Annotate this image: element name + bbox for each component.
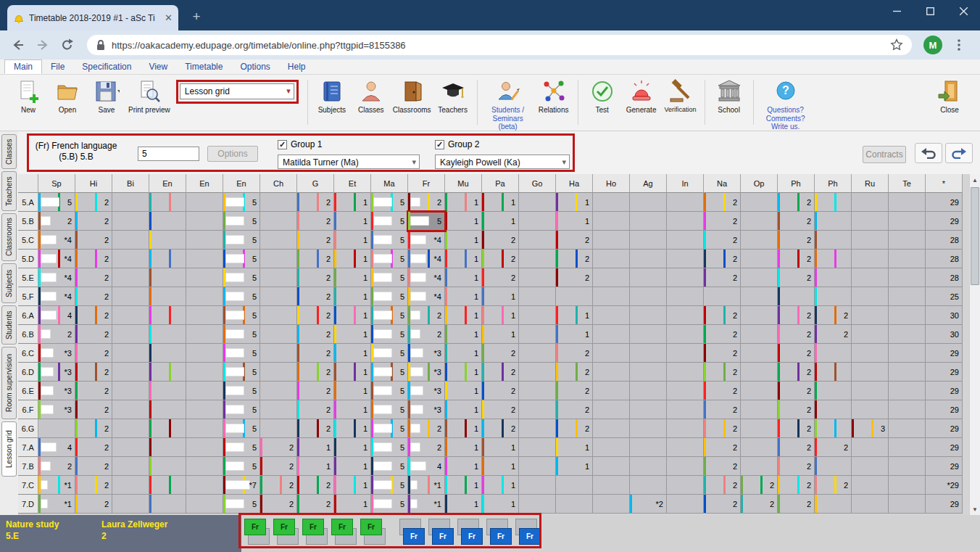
grid-cell[interactable]	[741, 287, 778, 306]
grid-cell[interactable]: 1	[445, 419, 482, 438]
grid-cell[interactable]: 1	[556, 212, 593, 231]
grid-cell[interactable]	[593, 457, 630, 476]
row-header[interactable]: 5.D	[18, 250, 38, 268]
grid-cell[interactable]: 2	[482, 250, 519, 268]
grid-cell[interactable]: 2	[778, 476, 815, 495]
row-header[interactable]: 6.G	[18, 419, 38, 438]
grid-cell[interactable]	[889, 268, 926, 287]
row-header[interactable]: 7.B	[18, 457, 38, 476]
grid-cell[interactable]	[186, 325, 223, 344]
grid-cell[interactable]: 5	[38, 193, 75, 212]
grid-cell[interactable]	[741, 419, 778, 438]
grid-cell[interactable]: *3	[38, 344, 75, 363]
grid-cell[interactable]	[667, 325, 704, 344]
grid-cell[interactable]: 2	[778, 495, 815, 514]
questions-button[interactable]: ? Questions? Comments? Write us.	[760, 78, 811, 131]
grid-cell[interactable]: 2	[556, 400, 593, 419]
grid-cell[interactable]	[667, 268, 704, 287]
row-header[interactable]: 7.A	[18, 438, 38, 457]
column-header[interactable]: Go	[519, 174, 556, 193]
row-header[interactable]: 6.F	[18, 400, 38, 419]
vertical-scrollbar[interactable]: ▲ ▼	[969, 174, 980, 515]
lesson-card-group1[interactable]: Fr	[273, 519, 295, 535]
grid-cell[interactable]	[815, 457, 852, 476]
grid-cell[interactable]	[667, 382, 704, 400]
grid-cell[interactable]	[149, 325, 186, 344]
menu-view[interactable]: View	[140, 59, 176, 74]
classes-button[interactable]: Classes	[354, 78, 389, 115]
grid-cell[interactable]	[630, 344, 667, 363]
grid-cell[interactable]	[630, 457, 667, 476]
grid-cell[interactable]	[815, 363, 852, 382]
grid-cell[interactable]: 1	[445, 212, 482, 231]
grid-cell[interactable]: 2	[482, 268, 519, 287]
new-button[interactable]: New	[11, 78, 46, 115]
grid-cell[interactable]	[519, 212, 556, 231]
column-header[interactable]: Ho	[593, 174, 630, 193]
view-select[interactable]: Lesson grid ▾	[180, 83, 294, 99]
sidebar-tab-students[interactable]: Students	[1, 305, 17, 345]
grid-cell[interactable]	[852, 287, 889, 306]
grid-cell[interactable]	[519, 457, 556, 476]
grid-cell[interactable]: 2	[297, 287, 334, 306]
group1-teacher-select[interactable]: Matilda Turner (Ma) ▾	[278, 155, 420, 169]
grid-cell[interactable]: 1	[482, 287, 519, 306]
grid-cell[interactable]	[112, 495, 149, 514]
grid-cell[interactable]	[149, 419, 186, 438]
grid-cell[interactable]: 2	[778, 382, 815, 400]
grid-cell[interactable]	[667, 457, 704, 476]
grid-cell[interactable]	[630, 193, 667, 212]
grid-cell[interactable]	[149, 363, 186, 382]
grid-cell[interactable]: 2	[297, 419, 334, 438]
grid-cell[interactable]	[260, 250, 297, 268]
grid-cell[interactable]: 1	[445, 306, 482, 325]
column-header[interactable]: In	[667, 174, 704, 193]
grid-cell[interactable]: 2	[741, 476, 778, 495]
row-header[interactable]: 5.E	[18, 268, 38, 287]
grid-cell[interactable]	[741, 363, 778, 382]
grid-cell[interactable]: 1	[334, 325, 371, 344]
grid-cell[interactable]: 2	[556, 382, 593, 400]
grid-cell[interactable]: 2	[75, 306, 112, 325]
grid-cell[interactable]	[186, 495, 223, 514]
column-header[interactable]: Ph	[778, 174, 815, 193]
grid-cell[interactable]: 5	[223, 193, 260, 212]
column-header[interactable]: Et	[334, 174, 371, 193]
sidebar-tab-classes[interactable]: Classes	[1, 134, 17, 169]
grid-cell[interactable]: 1	[556, 306, 593, 325]
grid-cell[interactable]	[112, 457, 149, 476]
new-tab-button[interactable]: +	[187, 9, 206, 26]
column-header[interactable]: En	[186, 174, 223, 193]
grid-cell[interactable]	[593, 268, 630, 287]
grid-cell[interactable]: 2	[556, 268, 593, 287]
grid-cell[interactable]	[889, 306, 926, 325]
grid-cell[interactable]: 29	[926, 419, 963, 438]
column-header[interactable]: Op	[741, 174, 778, 193]
grid-cell[interactable]	[815, 268, 852, 287]
grid-cell[interactable]: 5	[408, 212, 445, 231]
grid-cell[interactable]	[593, 344, 630, 363]
grid-cell[interactable]	[186, 363, 223, 382]
grid-cell[interactable]	[741, 193, 778, 212]
grid-cell[interactable]	[704, 287, 741, 306]
row-header[interactable]: 6.C	[18, 344, 38, 363]
grid-cell[interactable]: 30	[926, 325, 963, 344]
grid-cell[interactable]	[889, 476, 926, 495]
subjects-button[interactable]: Subjects	[315, 78, 349, 115]
grid-cell[interactable]: 2	[297, 268, 334, 287]
grid-cell[interactable]: 28	[926, 268, 963, 287]
bookmark-star-icon[interactable]	[890, 38, 903, 52]
grid-cell[interactable]	[630, 382, 667, 400]
grid-cell[interactable]: *3	[408, 344, 445, 363]
grid-cell[interactable]: 5	[223, 250, 260, 268]
grid-cell[interactable]	[630, 268, 667, 287]
test-button[interactable]: Test	[585, 78, 620, 115]
group2-checkbox[interactable]: ✓	[435, 140, 444, 149]
grid-cell[interactable]	[260, 287, 297, 306]
lesson-card-group1[interactable]: Fr	[331, 519, 353, 535]
grid-cell[interactable]	[889, 495, 926, 514]
grid-cell[interactable]: 1	[445, 250, 482, 268]
grid-cell[interactable]: 4	[38, 306, 75, 325]
grid-cell[interactable]	[889, 193, 926, 212]
grid-cell[interactable]: 2	[778, 268, 815, 287]
